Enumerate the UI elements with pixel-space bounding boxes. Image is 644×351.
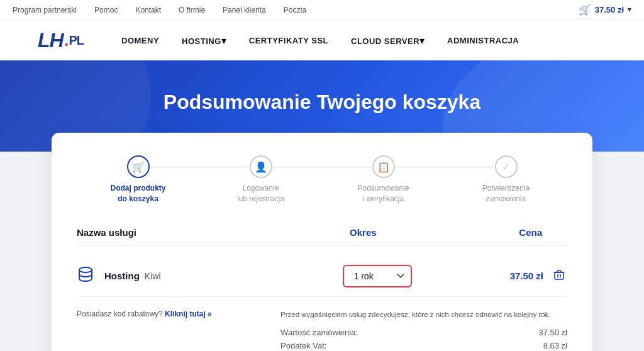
main-nav-links: DOMENY HOSTING▾ CERTYFIKATY SSL CLOUD SE… xyxy=(121,35,519,47)
service-hosting-icon xyxy=(77,265,94,287)
cloud-chevron-icon: ▾ xyxy=(419,35,425,46)
service-name: Hosting xyxy=(104,270,140,281)
program-partnerski-link[interactable]: Program partnerski xyxy=(13,6,77,14)
col-header-name: Nazwa usługi xyxy=(77,227,292,238)
step-summary-icon: 📋 xyxy=(372,155,395,178)
service-name-block: Hosting Kiwi xyxy=(77,265,302,287)
step-login: 👤 Logowanielub rejestracja xyxy=(199,155,322,204)
hosting-chevron-icon: ▾ xyxy=(221,35,226,46)
order-value-amount: 37.50 zł xyxy=(538,328,567,337)
svg-rect-1 xyxy=(555,272,564,279)
poczta-link[interactable]: Poczta xyxy=(284,6,307,14)
main-nav: LH.PL DOMENY HOSTING▾ CERTYFIKATY SSL CL… xyxy=(0,20,644,60)
promo-link[interactable]: Kliknij tutaj » xyxy=(165,309,212,318)
step-add-products-label: Dodaj produktydo koszyka xyxy=(110,183,165,204)
cart-chevron-icon: ▾ xyxy=(628,6,631,14)
logo[interactable]: LH.PL xyxy=(38,29,84,52)
step-login-icon: 👤 xyxy=(250,155,272,178)
logo-pl: PL xyxy=(69,33,84,48)
order-value-label: Wartość zamówienia: xyxy=(280,328,358,337)
service-row: Hosting Kiwi 1 rok 2 lata 3 lata 37.50 z… xyxy=(77,256,567,297)
hero-title: Podsumowanie Twojego koszyka xyxy=(13,91,631,114)
logo-dot: . xyxy=(64,30,69,50)
main-card: 🛒 Dodaj produktydo koszyka 👤 Logowanielu… xyxy=(52,133,592,351)
table-header: Nazwa usługi Okres Cena xyxy=(77,227,567,246)
step-summary: 📋 Podsumowaniei weryfikacja xyxy=(322,155,445,204)
cart-amount: 37.50 zł xyxy=(595,5,624,14)
vat-amount: 8.63 zł xyxy=(543,341,567,350)
nav-domeny[interactable]: DOMENY xyxy=(121,35,159,46)
top-nav: Program partnerski Pomoc Kontakt O firmi… xyxy=(0,0,644,20)
price-col: 37.50 zł xyxy=(452,269,567,283)
vat-label: Podatek Vat: xyxy=(280,341,326,350)
step-confirmation-label: Potwierdzeniezamówienia xyxy=(482,183,530,204)
cart-icon: 🛒 xyxy=(579,4,591,16)
nav-admin[interactable]: ADMINISTRACJA xyxy=(447,35,519,46)
summary-note: Przed wygaśnięciem usług zdecydujesz, kt… xyxy=(280,309,567,320)
promo-col: Posiadasz kod rabatowy? Kliknij tutaj » xyxy=(77,309,268,318)
promo-text: Posiadasz kod rabatowy? Kliknij tutaj » xyxy=(77,309,268,318)
bottom-section: Posiadasz kod rabatowy? Kliknij tutaj » … xyxy=(77,309,567,351)
step-confirmation-icon: ✓ xyxy=(495,155,518,178)
step-login-label: Logowanielub rejestracja xyxy=(237,183,284,204)
period-select[interactable]: 1 rok 2 lata 3 lata xyxy=(343,265,412,287)
period-select-wrap: 1 rok 2 lata 3 lata xyxy=(302,265,452,287)
nav-cloud[interactable]: CLOUD SERVER▾ xyxy=(351,35,425,47)
nav-ssl[interactable]: CERTYFIKATY SSL xyxy=(249,35,328,46)
delete-service-button[interactable] xyxy=(553,269,565,283)
top-nav-links: Program partnerski Pomoc Kontakt O firmi… xyxy=(13,6,307,14)
pomoc-link[interactable]: Pomoc xyxy=(94,6,118,14)
o-firmie-link[interactable]: O firmie xyxy=(179,6,205,14)
vat-line: Podatek Vat: 8.63 zł xyxy=(280,341,567,350)
step-confirmation: ✓ Potwierdzeniezamówienia xyxy=(445,155,567,204)
panel-klienta-link[interactable]: Panel klienta xyxy=(223,6,266,14)
step-summary-label: Podsumowaniei weryfikacja xyxy=(357,183,409,204)
summary-col: Przed wygaśnięciem usług zdecydujesz, kt… xyxy=(280,309,567,351)
col-header-price: Cena xyxy=(435,227,567,238)
step-add-products: 🛒 Dodaj produktydo koszyka xyxy=(77,155,199,204)
checkout-steps: 🛒 Dodaj produktydo koszyka 👤 Logowanielu… xyxy=(77,155,567,204)
cart-area[interactable]: 🛒 37.50 zł ▾ xyxy=(579,4,631,16)
col-header-period: Okres xyxy=(292,227,435,238)
kontakt-link[interactable]: Kontakt xyxy=(135,6,161,14)
step-add-products-icon: 🛒 xyxy=(127,155,150,178)
service-price: 37.50 zł xyxy=(510,270,543,281)
order-value-line: Wartość zamówienia: 37.50 zł xyxy=(280,328,567,337)
logo-lh: LH xyxy=(38,29,64,52)
service-sub: Kiwi xyxy=(145,271,161,281)
svg-point-0 xyxy=(79,267,92,272)
nav-hosting[interactable]: HOSTING▾ xyxy=(182,35,226,47)
